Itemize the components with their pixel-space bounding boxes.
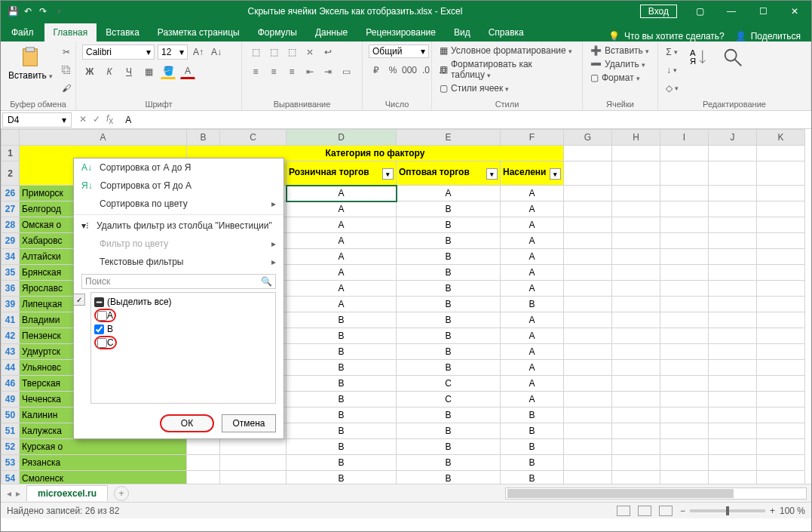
copy-icon[interactable]: ⿻ xyxy=(59,63,74,78)
data-cell[interactable]: A xyxy=(501,249,564,265)
cancel-formula-icon[interactable]: ✕ xyxy=(79,114,87,125)
redo-icon[interactable]: ↷ xyxy=(37,5,49,17)
data-cell[interactable]: B xyxy=(397,423,501,439)
filter-dropdown-icon[interactable]: ▾ xyxy=(550,168,561,180)
data-cell[interactable]: A xyxy=(501,233,564,249)
format-painter-icon[interactable]: 🖌 xyxy=(59,81,74,96)
data-cell[interactable] xyxy=(187,455,220,471)
spreadsheet-grid[interactable]: A B C D E F G H I J K 1 Регион Категория… xyxy=(1,129,811,484)
insert-cells-button[interactable]: ➕Вставить xyxy=(589,45,651,57)
row-header[interactable]: 27 xyxy=(2,201,20,217)
horizontal-scrollbar[interactable] xyxy=(505,487,807,500)
align-top-icon[interactable]: ⬚ xyxy=(248,45,263,60)
data-cell[interactable]: A xyxy=(286,265,397,281)
ok-button[interactable]: ОК xyxy=(160,414,214,432)
tab-view[interactable]: Вид xyxy=(445,23,480,42)
col-header-a[interactable]: A xyxy=(20,130,187,146)
format-as-table-button[interactable]: ▤Форматировать как таблицу xyxy=(438,58,576,81)
data-cell[interactable]: B xyxy=(286,471,397,484)
sort-za-item[interactable]: Я↓Сортировка от Я до А xyxy=(74,177,283,195)
col-header-e[interactable]: E xyxy=(397,130,501,146)
data-cell[interactable]: A xyxy=(501,392,564,407)
tab-help[interactable]: Справка xyxy=(480,23,533,42)
data-cell[interactable]: B xyxy=(501,423,564,439)
row-header[interactable]: 34 xyxy=(2,249,20,265)
data-cell[interactable]: B xyxy=(286,376,397,392)
data-cell[interactable]: A xyxy=(501,328,564,344)
data-cell[interactable]: B xyxy=(397,439,501,455)
tab-file[interactable]: Файл xyxy=(1,23,44,42)
column-headers[interactable]: A B C D E F G H I J K xyxy=(2,130,805,146)
cancel-button[interactable]: Отмена xyxy=(222,414,276,432)
filter-option-c[interactable]: C xyxy=(94,335,272,350)
wrap-text-icon[interactable]: ↩ xyxy=(320,45,336,60)
row-header[interactable]: 39 xyxy=(2,297,20,312)
sort-az-item[interactable]: A↓Сортировка от А до Я xyxy=(74,158,283,177)
maximize-icon[interactable]: ☐ xyxy=(748,1,778,22)
select-all-rows-checkbox[interactable]: ✓ xyxy=(73,294,85,306)
row-header[interactable]: 44 xyxy=(2,360,20,376)
data-cell[interactable]: B xyxy=(501,455,564,471)
qat-customize-icon[interactable] xyxy=(52,5,64,17)
row-header[interactable]: 36 xyxy=(2,281,20,297)
orientation-icon[interactable]: ⤬ xyxy=(302,45,317,60)
option-b-checkbox[interactable] xyxy=(94,324,104,334)
data-cell[interactable]: B xyxy=(397,312,501,328)
filter-header[interactable]: Розничная торгов▾ xyxy=(286,161,397,186)
filter-search-input[interactable]: Поиск🔍 xyxy=(81,274,276,289)
filter-option-a[interactable]: A xyxy=(94,308,272,323)
currency-icon[interactable]: ₽ xyxy=(369,63,384,78)
data-cell[interactable]: Смоленск xyxy=(20,471,187,484)
data-cell[interactable]: B xyxy=(286,360,397,376)
name-box[interactable]: D4▾ xyxy=(2,112,72,128)
data-cell[interactable]: B xyxy=(397,217,501,233)
data-cell[interactable]: Курская о xyxy=(20,439,187,455)
sheet-tab[interactable]: microexcel.ru xyxy=(26,485,108,501)
filter-header[interactable]: Населени▾ xyxy=(501,161,564,186)
align-bottom-icon[interactable]: ⬚ xyxy=(284,45,299,60)
tab-review[interactable]: Рецензирование xyxy=(357,23,445,42)
data-cell[interactable]: A xyxy=(501,360,564,376)
sheet-nav-next-icon[interactable]: ▸ xyxy=(16,488,20,499)
row-header[interactable]: 41 xyxy=(2,312,20,328)
data-cell[interactable]: B xyxy=(286,344,397,360)
data-cell[interactable]: A xyxy=(501,376,564,392)
col-header-j[interactable]: J xyxy=(709,130,757,146)
fx-icon[interactable]: fx xyxy=(106,113,113,126)
increase-decimal-icon[interactable]: .0 xyxy=(418,63,434,78)
formula-input[interactable]: A xyxy=(119,113,811,127)
data-cell[interactable]: A xyxy=(286,281,397,297)
cell-styles-button[interactable]: ▢Стили ячеек xyxy=(438,82,510,94)
row-header[interactable]: 42 xyxy=(2,328,20,344)
col-header-k[interactable]: K xyxy=(757,130,805,146)
col-header-g[interactable]: G xyxy=(564,130,612,146)
font-color-icon[interactable]: A xyxy=(180,64,195,79)
row-header[interactable]: 46 xyxy=(2,376,20,392)
tab-home[interactable]: Главная xyxy=(44,23,97,42)
data-cell[interactable]: A xyxy=(286,217,397,233)
clear-icon[interactable]: ◇ xyxy=(664,81,679,96)
filter-checklist[interactable]: (Выделить все) A B C xyxy=(90,292,276,404)
data-cell[interactable]: A xyxy=(501,312,564,328)
filter-dropdown-icon[interactable]: ▾ xyxy=(382,168,394,180)
data-cell[interactable]: B xyxy=(501,297,564,312)
data-cell[interactable]: B xyxy=(286,439,397,455)
number-format-combo[interactable]: Общий▾ xyxy=(369,45,429,58)
delete-cells-button[interactable]: ➖Удалить xyxy=(589,58,647,70)
data-cell[interactable]: Рязанска xyxy=(20,455,187,471)
data-cell[interactable]: B xyxy=(397,407,501,423)
data-cell[interactable]: B xyxy=(286,455,397,471)
zoom-control[interactable]: − + 100 % xyxy=(680,506,805,516)
data-cell[interactable]: A xyxy=(501,265,564,281)
cut-icon[interactable]: ✂ xyxy=(59,45,74,60)
row-header[interactable]: 54 xyxy=(2,471,20,484)
data-cell[interactable] xyxy=(187,471,220,484)
data-cell[interactable]: B xyxy=(501,407,564,423)
italic-button[interactable]: К xyxy=(102,64,117,79)
tab-formulas[interactable]: Формулы xyxy=(249,23,306,42)
share-button[interactable]: 👤Поделиться xyxy=(735,31,801,42)
option-a-checkbox[interactable] xyxy=(97,311,107,321)
col-header-b[interactable]: B xyxy=(187,130,220,146)
undo-icon[interactable]: ↶ xyxy=(22,5,34,17)
row-header[interactable]: 53 xyxy=(2,455,20,471)
